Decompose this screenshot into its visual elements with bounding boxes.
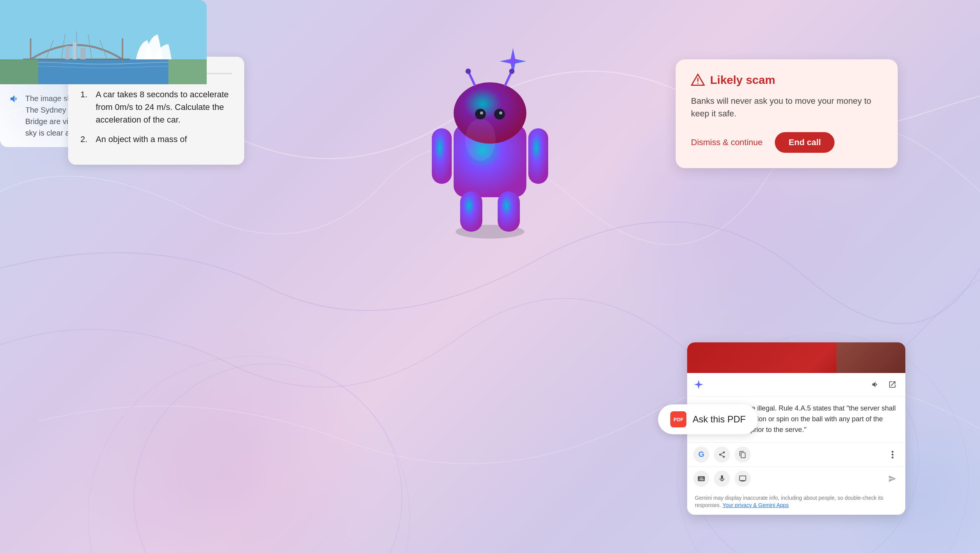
scam-actions: Dismiss & continue End call: [691, 132, 882, 153]
end-call-button[interactable]: End call: [775, 132, 835, 153]
scam-title: Likely scam: [710, 74, 775, 87]
svg-rect-18: [65, 46, 70, 59]
svg-point-38: [892, 453, 893, 455]
volume-button[interactable]: [869, 378, 882, 391]
scam-body-text: Banks will never ask you to move your mo…: [691, 95, 882, 120]
svg-line-28: [469, 73, 475, 85]
mic-button[interactable]: [714, 471, 730, 487]
pdf-icon: PDF: [670, 411, 686, 427]
quiz-list: 1. A car takes 8 seconds to accelerate f…: [80, 88, 232, 146]
android-robot-svg: [425, 57, 555, 241]
svg-point-37: [892, 451, 893, 453]
svg-point-31: [509, 69, 514, 74]
sydney-scene-svg: [0, 0, 207, 84]
gemini-input-row: [687, 467, 905, 491]
svg-rect-22: [432, 128, 452, 184]
svg-point-36: [465, 119, 496, 161]
gemini-privacy-link[interactable]: Your privacy & Gemini Apps: [722, 502, 789, 508]
svg-point-34: [480, 111, 483, 115]
svg-point-5: [697, 83, 699, 84]
quiz-item-1: 1. A car takes 8 seconds to accelerate f…: [80, 88, 232, 126]
send-button[interactable]: [885, 472, 899, 486]
google-search-button[interactable]: G: [693, 447, 709, 463]
copy-button[interactable]: [735, 447, 751, 463]
share-button[interactable]: [714, 447, 730, 463]
svg-rect-17: [168, 59, 207, 84]
scam-card: Likely scam Banks will never ask you to …: [676, 59, 898, 168]
scam-header: Likely scam: [691, 73, 882, 87]
android-robot: [425, 57, 555, 241]
svg-rect-25: [460, 191, 482, 232]
svg-rect-20: [80, 48, 86, 59]
svg-point-29: [466, 69, 471, 74]
svg-line-30: [505, 73, 511, 85]
dismiss-button[interactable]: Dismiss & continue: [691, 137, 763, 147]
gemini-body: No. Spin serves are illegal. Rule 4.A.5 …: [687, 373, 905, 515]
warning-icon: [691, 73, 705, 87]
quiz-item-text-1: A car takes 8 seconds to accelerate from…: [96, 88, 232, 126]
quiz-item-2: 2. An object with a mass of: [80, 133, 232, 146]
quiz-item-text-2: An object with a mass of: [96, 133, 187, 146]
svg-rect-26: [498, 191, 520, 232]
sydney-image: [0, 0, 207, 84]
gemini-image-bar: [687, 342, 905, 373]
keyboard-button[interactable]: [693, 471, 709, 487]
svg-rect-23: [528, 128, 548, 184]
svg-point-33: [494, 109, 505, 119]
gemini-toolbar: [687, 373, 905, 396]
svg-point-35: [499, 111, 502, 115]
quiz-item-number-1: 1.: [80, 88, 91, 126]
svg-point-32: [475, 109, 486, 119]
svg-rect-16: [0, 59, 38, 84]
more-options-button[interactable]: [885, 448, 899, 461]
quiz-item-number-2: 2.: [80, 133, 91, 146]
gemini-star-icon: [693, 379, 704, 390]
svg-rect-19: [73, 42, 77, 59]
gemini-tools-row: G: [687, 443, 905, 467]
pdf-chip[interactable]: PDF Ask this PDF: [658, 404, 758, 434]
svg-point-39: [892, 456, 893, 458]
pdf-chip-label: Ask this PDF: [693, 414, 746, 425]
gemini-disclaimer: Gemini may display inaccurate info, incl…: [687, 491, 905, 515]
external-link-button[interactable]: [885, 378, 899, 391]
screen-button[interactable]: [735, 471, 751, 487]
